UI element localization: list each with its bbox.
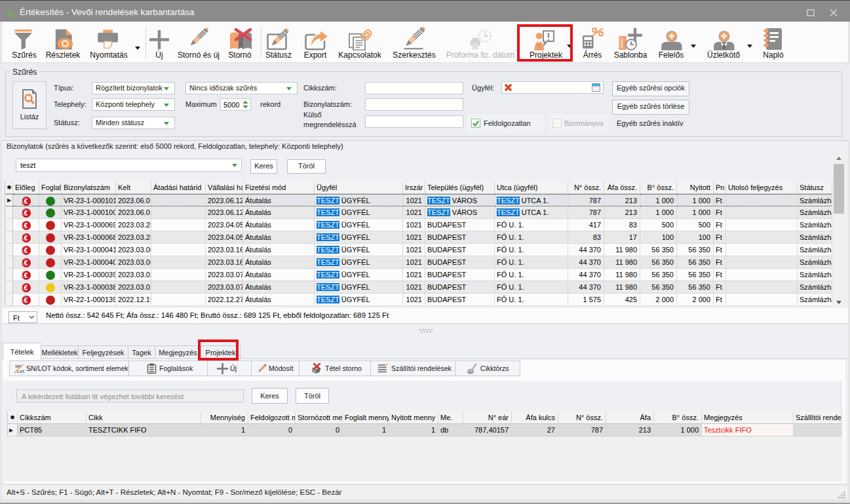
svg-text:LOT: LOT: [17, 370, 24, 374]
